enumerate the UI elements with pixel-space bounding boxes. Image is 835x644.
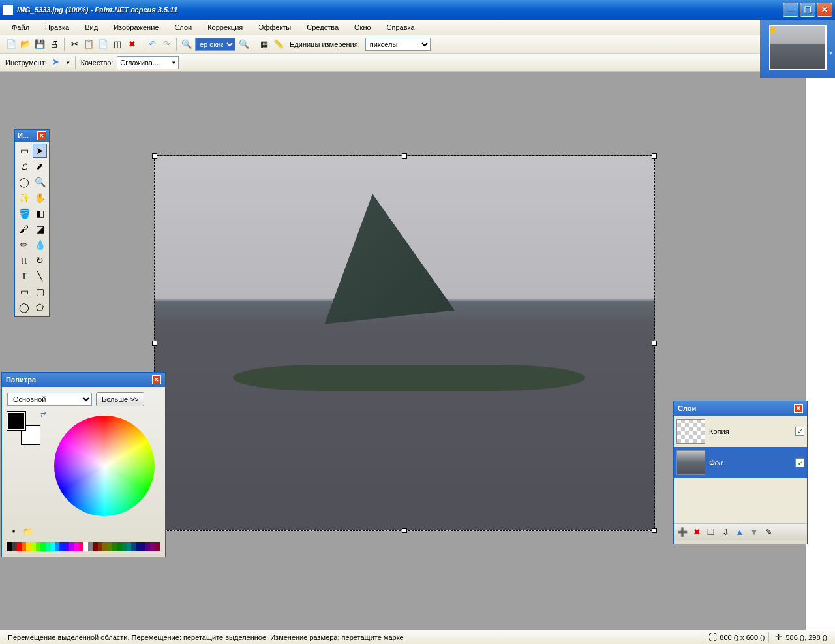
palette-color[interactable] — [12, 542, 16, 551]
rounded-rectangle-tool[interactable]: ▢ — [33, 284, 47, 299]
palette-color[interactable] — [17, 542, 22, 551]
eraser-tool[interactable]: ◪ — [33, 222, 47, 236]
menu-layers[interactable]: Слои — [168, 22, 198, 33]
deselect-button[interactable]: ✖ — [126, 38, 138, 50]
palette-color[interactable] — [50, 542, 55, 551]
undo-button[interactable]: ↶ — [146, 38, 158, 50]
layers-panel-title[interactable]: Слои ✕ — [674, 401, 807, 416]
palette-color[interactable] — [102, 542, 107, 551]
freeform-shape-tool[interactable]: ⬠ — [33, 300, 47, 314]
image-thumbnail[interactable]: ✸ — [769, 25, 827, 70]
selection-handle[interactable] — [652, 528, 657, 533]
new-button[interactable]: 📄 — [5, 38, 17, 50]
save-button[interactable]: 💾 — [34, 38, 46, 50]
menu-adjustments[interactable]: Коррекция — [201, 22, 249, 33]
menu-edit[interactable]: Правка — [38, 22, 76, 33]
canvas-image[interactable] — [154, 155, 655, 531]
palette-color[interactable] — [131, 542, 136, 551]
ellipse-tool[interactable]: ◯ — [17, 300, 31, 314]
cut-button[interactable]: ✂ — [68, 38, 80, 50]
swap-colors-icon[interactable]: ⇄ — [40, 410, 46, 419]
move-selected-pixels-tool[interactable]: ⬈ — [33, 159, 47, 174]
rectangle-select-tool[interactable]: ▭ — [17, 144, 31, 158]
zoom-tool[interactable]: 🔍 — [33, 175, 47, 189]
palette-color[interactable] — [88, 542, 93, 551]
rectangle-tool[interactable]: ▭ — [17, 284, 31, 299]
redo-button[interactable]: ↷ — [160, 38, 172, 50]
palette-color[interactable] — [93, 542, 98, 551]
menu-effects[interactable]: Эффекты — [252, 22, 297, 33]
paste-button[interactable]: 📄 — [97, 38, 109, 50]
palette-color[interactable] — [141, 542, 145, 551]
recolor-tool[interactable]: ↻ — [33, 253, 47, 268]
color-mode-select[interactable]: Основной — [7, 393, 92, 406]
palette-color[interactable] — [122, 542, 127, 551]
layer-row[interactable]: Копия ✓ — [674, 416, 807, 447]
pencil-tool[interactable]: ✏ — [17, 238, 31, 252]
layer-row[interactable]: Фон ✓ — [674, 447, 807, 478]
line-tool[interactable]: ╲ — [33, 269, 47, 283]
palette-color[interactable] — [36, 542, 40, 551]
move-selection-tool[interactable]: ➤ — [33, 144, 47, 158]
palette-menu-icon[interactable]: 📁 — [23, 527, 33, 537]
maximize-button[interactable]: ❐ — [800, 3, 815, 17]
zoom-select[interactable]: ер окна — [195, 38, 235, 51]
colors-panel-title[interactable]: Палитра ✕ — [2, 373, 165, 387]
foreground-color-swatch[interactable] — [7, 412, 25, 430]
palette-color[interactable] — [74, 542, 78, 551]
palette-color[interactable] — [46, 542, 50, 551]
selection-handle[interactable] — [402, 528, 407, 533]
color-picker-tool[interactable]: 💧 — [33, 238, 47, 252]
palette-color[interactable] — [155, 542, 160, 551]
move-layer-down-button[interactable]: ▼ — [748, 527, 760, 538]
palette-color[interactable] — [26, 542, 31, 551]
units-select[interactable]: пикселы — [365, 38, 431, 51]
palette-color[interactable] — [98, 542, 102, 551]
move-layer-up-button[interactable]: ▲ — [734, 527, 746, 538]
merge-layer-button[interactable]: ⇩ — [720, 527, 731, 538]
tools-panel-close-icon[interactable]: ✕ — [37, 131, 46, 140]
menu-help[interactable]: Справка — [380, 22, 421, 33]
copy-button[interactable]: 📋 — [83, 38, 95, 50]
grid-button[interactable]: ▦ — [258, 38, 270, 50]
dropdown-icon[interactable]: ▾ — [67, 59, 70, 66]
palette-color[interactable] — [65, 542, 69, 551]
layer-visibility-checkbox[interactable]: ✓ — [795, 427, 804, 436]
close-button[interactable]: ✕ — [817, 3, 832, 17]
selection-handle[interactable] — [652, 153, 657, 159]
menu-image[interactable]: Изображение — [107, 22, 165, 33]
magic-wand-tool[interactable]: ✨ — [17, 191, 31, 205]
delete-layer-button[interactable]: ✖ — [691, 527, 703, 538]
selection-handle[interactable] — [402, 153, 407, 159]
palette-color[interactable] — [59, 542, 64, 551]
palette-color[interactable] — [127, 542, 131, 551]
palette-color[interactable] — [136, 542, 140, 551]
menu-tools[interactable]: Средства — [300, 22, 345, 33]
zoom-in-button[interactable]: 🔍 — [238, 38, 250, 50]
paintbrush-tool[interactable]: 🖌 — [17, 222, 31, 236]
menu-window[interactable]: Окно — [348, 22, 378, 33]
zoom-out-button[interactable]: 🔍 — [181, 38, 192, 50]
text-tool[interactable]: T — [17, 269, 31, 283]
print-button[interactable]: 🖨 — [48, 38, 60, 50]
layer-properties-button[interactable]: ✎ — [763, 527, 774, 538]
palette-color[interactable] — [108, 542, 112, 551]
palette-color[interactable] — [145, 542, 150, 551]
palette-color[interactable] — [40, 542, 45, 551]
palette-color[interactable] — [69, 542, 74, 551]
selection-handle[interactable] — [152, 341, 157, 346]
selection-handle[interactable] — [152, 153, 157, 159]
colors-panel-close-icon[interactable]: ✕ — [152, 375, 161, 384]
palette-color[interactable] — [112, 542, 117, 551]
gradient-tool[interactable]: ◧ — [33, 206, 47, 221]
palette-color[interactable] — [84, 542, 88, 551]
palette-color[interactable] — [7, 542, 12, 551]
open-button[interactable]: 📂 — [20, 38, 31, 50]
palette-color[interactable] — [31, 542, 36, 551]
ellipse-select-tool[interactable]: ◯ — [17, 175, 31, 189]
lasso-select-tool[interactable]: 𝓛 — [17, 159, 31, 174]
crop-button[interactable]: ◫ — [112, 38, 123, 50]
add-layer-button[interactable]: ➕ — [676, 527, 688, 538]
add-color-icon[interactable]: ▪ — [8, 527, 19, 537]
palette-color[interactable] — [79, 542, 84, 551]
